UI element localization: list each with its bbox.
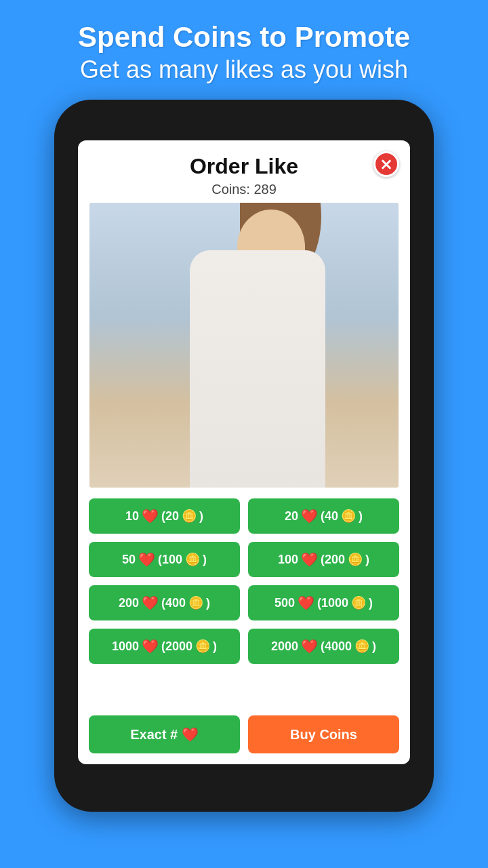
modal-coins-display: Coins: 289 <box>211 182 277 197</box>
close-button[interactable] <box>373 151 399 177</box>
profile-photo <box>89 203 399 488</box>
like-option-7[interactable]: 1000 ❤️ (2000 🪙) <box>89 629 240 664</box>
like-option-2[interactable]: 20 ❤️ (40 🪙) <box>248 498 399 534</box>
like-option-1[interactable]: 10 ❤️ (20 🪙) <box>89 498 240 534</box>
exact-number-button[interactable]: Exact # ❤️ <box>89 715 240 753</box>
phone-frame: Order Like Coins: 289 10 ❤️ (20 🪙) 20 ❤️… <box>54 100 434 812</box>
header-title-line1: Spend Coins to Promote <box>78 20 410 54</box>
modal-title: Order Like <box>190 154 298 179</box>
like-options-grid: 10 ❤️ (20 🪙) 20 ❤️ (40 🪙) 50 ❤️ (100 🪙) … <box>78 498 410 664</box>
phone-notch <box>203 112 285 127</box>
like-option-8[interactable]: 2000 ❤️ (4000 🪙) <box>248 629 399 664</box>
phone-screen: Order Like Coins: 289 10 ❤️ (20 🪙) 20 ❤️… <box>78 140 410 764</box>
like-option-5[interactable]: 200 ❤️ (400 🪙) <box>89 585 240 620</box>
like-option-4[interactable]: 100 ❤️ (200 🪙) <box>248 542 399 577</box>
like-option-6[interactable]: 500 ❤️ (1000 🪙) <box>248 585 399 620</box>
app-background: Spend Coins to Promote Get as many likes… <box>0 0 488 868</box>
buy-coins-button[interactable]: Buy Coins <box>248 715 399 753</box>
header-section: Spend Coins to Promote Get as many likes… <box>78 0 410 100</box>
like-option-3[interactable]: 50 ❤️ (100 🪙) <box>89 542 240 577</box>
bottom-action-row: Exact # ❤️ Buy Coins <box>78 707 410 764</box>
modal-header: Order Like Coins: 289 <box>78 140 410 203</box>
header-title-line2: Get as many likes as you wish <box>78 54 410 86</box>
